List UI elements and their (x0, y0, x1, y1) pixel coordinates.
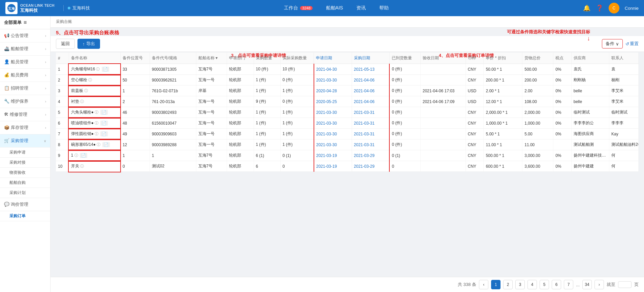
page-7-button[interactable]: 7 (564, 280, 573, 289)
cell-apply-date[interactable]: 2021-03-30 (314, 139, 352, 150)
info-icon[interactable]: ⓘ (80, 164, 84, 168)
apply-date-link[interactable]: 2021-03-30 (316, 121, 337, 126)
sidebar-item-maintain[interactable]: 🔧 维护保养 › (0, 95, 50, 108)
sidebar-item-announcement[interactable]: 📢 公告管理 › (0, 29, 50, 42)
sidebar-sub-apply[interactable]: 采购申请 (0, 148, 50, 158)
apply-date-link[interactable]: 2021-03-30 (316, 132, 337, 136)
cell-purchase-date[interactable]: 2021-03-29 (352, 161, 389, 172)
cell-purchase-date[interactable]: 2021-05-13 (352, 64, 389, 75)
purchase-date-link[interactable]: 2021-03-29 (354, 153, 375, 158)
apply-date-link[interactable]: 2020-05-25 (316, 99, 337, 104)
info-icon[interactable]: ⓘ (95, 121, 98, 125)
page-prev-button[interactable]: ‹ (479, 280, 488, 289)
sidebar: 全部菜单 ≡ 📢 公告管理 › 🚢 船舶管理 › 👤 船员管理 › 💰 船员费用… (0, 16, 51, 292)
purchase-date-link[interactable]: 2021-03-31 (354, 132, 375, 136)
info-icon[interactable]: ⓘ (96, 67, 100, 71)
cell-apply-date[interactable]: 2021-04-30 (314, 64, 352, 75)
sidebar-item-inventory[interactable]: 📦 库存管理 › (0, 121, 50, 134)
cell-purchase-date[interactable]: 2021-04-06 (352, 75, 389, 86)
info-icon[interactable]: ⓘ (84, 89, 88, 93)
page-3-button[interactable]: 3 (515, 280, 525, 289)
sidebar-sub-selfbuy[interactable]: 船舶自购 (0, 178, 50, 188)
nav-help[interactable]: 帮助 (379, 5, 389, 11)
sidebar-sub-order[interactable]: 采购订单 (0, 211, 50, 221)
page-1-button[interactable]: 1 (491, 280, 501, 289)
sidebar-item-crew-cost[interactable]: 💰 船员费用 › (0, 69, 50, 82)
doc-icon[interactable]: 📄 (102, 67, 109, 72)
cell-apply-date[interactable]: 2020-04-28 (314, 86, 352, 96)
nav-ais[interactable]: 船舶AIS (326, 5, 343, 11)
avatar[interactable]: C (609, 3, 619, 13)
page-6-button[interactable]: 6 (552, 280, 561, 289)
sidebar-item-inquiry[interactable]: 💬 询价管理 (0, 198, 50, 211)
page-next-button[interactable]: › (594, 280, 604, 289)
purchase-date-link[interactable]: 2021-04-06 (354, 78, 375, 83)
doc-icon[interactable]: 📄 (80, 153, 87, 158)
doc-icon[interactable]: 📄 (100, 110, 108, 115)
purchase-date-link[interactable]: 2021-03-31 (354, 121, 375, 126)
reset-button[interactable]: ↺ 重置 (625, 41, 639, 47)
apply-date-link[interactable]: 2021-03-19 (316, 153, 337, 158)
question-icon[interactable]: ❓ (596, 4, 603, 12)
cell-pos: 12 (120, 139, 150, 150)
apply-date-link[interactable]: 2021-03-19 (316, 164, 337, 169)
page-5-button[interactable]: 5 (540, 280, 549, 289)
info-icon[interactable]: ⓘ (88, 78, 92, 82)
sidebar-item-purchase[interactable]: 🛒 采购管理 ∨ (0, 134, 50, 148)
chevron-icon: › (45, 87, 46, 90)
info-icon[interactable]: ⓘ (80, 99, 84, 103)
cell-qty: 1 (件) (254, 107, 280, 118)
info-icon[interactable]: ⓘ (95, 110, 98, 114)
nav-news[interactable]: 资讯 (356, 5, 366, 11)
cell-purchase-date[interactable]: 2021-03-31 (352, 107, 389, 118)
purchase-date-link[interactable]: 2021-03-29 (354, 164, 375, 169)
doc-icon[interactable]: 📄 (102, 142, 110, 147)
sidebar-sub-acceptance[interactable]: 物资验收 (0, 168, 50, 178)
sidebar-item-crew[interactable]: 👤 船员管理 › (0, 56, 50, 69)
purchase-date-link[interactable]: 2021-03-31 (354, 142, 375, 147)
doc-icon[interactable]: 📄 (100, 121, 108, 126)
cell-purchase-date[interactable]: 2021-03-31 (352, 129, 389, 139)
cell-purchase-date[interactable]: 2021-03-31 (352, 139, 389, 150)
apply-date-link[interactable]: 2020-04-28 (316, 89, 337, 93)
purchase-date-link[interactable]: 2021-03-31 (354, 110, 375, 115)
cell-purchase-date[interactable]: 2021-03-31 (352, 118, 389, 129)
page-2-button[interactable]: 2 (503, 280, 513, 289)
cell-purchase-date[interactable]: 2021-03-29 (352, 150, 389, 161)
goto-input[interactable] (618, 281, 632, 288)
apply-date-link[interactable]: 2021-04-30 (316, 67, 337, 72)
cell-apply-date[interactable]: 2021-03-19 (314, 150, 352, 161)
page-34-button[interactable]: 34 (582, 280, 592, 289)
back-button[interactable]: 返回 (56, 39, 75, 49)
apply-date-link[interactable]: 2021-03-30 (316, 78, 337, 83)
apply-date-link[interactable]: 2021-03-30 (316, 142, 337, 147)
cell-purchase-date[interactable]: 2021-04-06 (352, 96, 389, 107)
export-button[interactable]: ↑ 导出 (77, 39, 100, 49)
info-icon[interactable]: ⓘ (97, 142, 100, 147)
cell-apply-date[interactable]: 2021-03-30 (314, 75, 352, 86)
notification-icon[interactable]: 🔔 (583, 4, 590, 12)
sidebar-item-ship[interactable]: 🚢 船舶管理 › (0, 42, 50, 56)
nav-workbench[interactable]: 工作台 3248 (284, 5, 312, 11)
cell-apply-date[interactable]: 2021-03-30 (314, 118, 352, 129)
purchase-date-link[interactable]: 2021-05-13 (354, 67, 375, 72)
info-icon[interactable]: ⓘ (95, 132, 98, 136)
cell-apply-date[interactable]: 2020-05-25 (314, 96, 352, 107)
info-icon[interactable]: ⓘ (74, 153, 78, 157)
cell-apply-date[interactable]: 2021-03-30 (314, 129, 352, 139)
apply-date-link[interactable]: 2021-03-30 (316, 110, 337, 115)
col-header-ship[interactable]: 船舶名称 ▾ (196, 53, 227, 64)
filter-button[interactable]: 备件 ∨ (602, 39, 623, 48)
cell-purchase-date[interactable]: 2021-04-06 (352, 86, 389, 96)
purchase-date-link[interactable]: 2021-04-06 (354, 99, 375, 104)
page-4-button[interactable]: 4 (527, 280, 537, 289)
sidebar-sub-docking[interactable]: 采购对接 (0, 158, 50, 168)
sidebar-sub-plan[interactable]: 采购计划 (0, 188, 50, 198)
cell-apply-date[interactable]: 2021-03-19 (314, 161, 352, 172)
doc-icon[interactable]: 📄 (100, 131, 108, 136)
cell-apply-date[interactable]: 2021-03-30 (314, 107, 352, 118)
sidebar-item-repair[interactable]: 🛠 维修管理 › (0, 108, 50, 121)
sidebar-header[interactable]: 全部菜单 ≡ (0, 16, 50, 29)
sidebar-item-recruit[interactable]: 📋 招聘管理 › (0, 82, 50, 95)
purchase-date-link[interactable]: 2021-04-06 (354, 89, 375, 93)
